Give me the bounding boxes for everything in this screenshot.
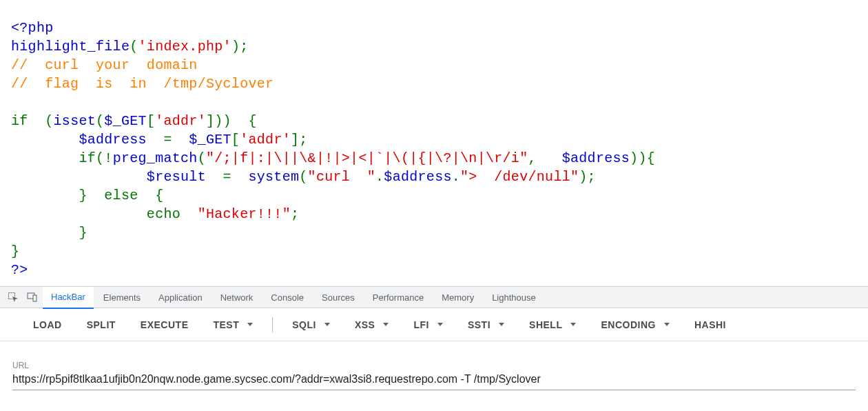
code-token: [ <box>231 132 240 148</box>
encoding-dropdown[interactable]: ENCODING <box>588 308 681 341</box>
tab-hackbar[interactable]: HackBar <box>43 287 94 309</box>
shell-dropdown[interactable]: SHELL <box>517 308 588 341</box>
code-token: preg_match <box>113 150 198 166</box>
code-token: , <box>528 150 561 166</box>
code-token: = <box>163 132 189 148</box>
chevron-down-icon <box>247 323 253 326</box>
code-token: <?php <box>11 20 54 36</box>
code-token: ( <box>130 39 138 54</box>
split-button[interactable]: SPLIT <box>74 308 128 341</box>
code-comment: // curl your domain <box>11 57 198 73</box>
tab-memory[interactable]: Memory <box>433 286 482 308</box>
code-token: ?> <box>11 262 28 278</box>
code-token: 'addr' <box>155 113 206 129</box>
hashing-label: HASHI <box>694 319 726 330</box>
inspect-element-icon[interactable] <box>4 288 22 306</box>
code-token: "/;|f|:|\||\&|!|>|<|`|\(|{|\?|\n|\r/i" <box>206 150 528 166</box>
lfi-dropdown[interactable]: LFI <box>401 308 455 341</box>
tab-lighthouse[interactable]: Lighthouse <box>484 286 544 308</box>
xss-label: XSS <box>355 319 375 330</box>
tab-sources[interactable]: Sources <box>313 286 363 308</box>
code-token: ( <box>198 150 206 166</box>
tab-performance[interactable]: Performance <box>364 286 432 308</box>
devtools-tabstrip: HackBar Elements Application Network Con… <box>0 286 868 308</box>
shell-label: SHELL <box>529 319 562 330</box>
code-token: $address <box>11 132 163 148</box>
code-token: ( <box>45 113 53 129</box>
load-button[interactable]: LOAD <box>21 308 74 341</box>
code-token: $result <box>11 169 223 185</box>
code-token: "> /dev/null" <box>460 169 579 185</box>
test-dropdown[interactable]: TEST <box>200 308 265 341</box>
chevron-down-icon <box>437 323 443 326</box>
code-token: } <box>11 243 19 259</box>
code-token: } else { <box>11 188 163 203</box>
url-label: URL <box>12 361 856 370</box>
svg-rect-2 <box>33 295 37 301</box>
tab-console[interactable]: Console <box>262 286 312 308</box>
chevron-down-icon <box>383 323 389 326</box>
code-token: ); <box>579 169 596 185</box>
tab-network[interactable]: Network <box>212 286 262 308</box>
xss-dropdown[interactable]: XSS <box>342 308 402 341</box>
test-label: TEST <box>213 319 239 330</box>
chevron-down-icon <box>324 323 330 326</box>
code-token: $_GET <box>189 132 231 148</box>
code-token: if <box>11 113 45 129</box>
lfi-label: LFI <box>413 319 429 330</box>
execute-button[interactable]: EXECUTE <box>128 308 201 341</box>
url-section: URL <box>0 341 868 397</box>
code-token: "curl " <box>308 169 375 185</box>
code-token: isset <box>54 113 96 129</box>
code-token: $address <box>384 169 451 185</box>
code-token: 'addr' <box>240 132 291 148</box>
code-token: ; <box>291 206 299 222</box>
code-token: system <box>248 169 299 185</box>
tab-application[interactable]: Application <box>150 286 211 308</box>
code-token: $_GET <box>104 113 147 129</box>
hackbar-toolbar: LOAD SPLIT EXECUTE TEST SQLI XSS LFI SST… <box>0 308 868 341</box>
ssti-dropdown[interactable]: SSTI <box>455 308 517 341</box>
sqli-label: SQLI <box>292 319 316 330</box>
toolbar-divider <box>272 317 273 332</box>
code-token: ])) { <box>206 113 257 129</box>
code-token: ( <box>96 113 104 129</box>
code-token: } <box>11 225 87 241</box>
code-token: 'index.php' <box>138 39 231 54</box>
url-input[interactable] <box>12 372 856 390</box>
code-token: ( <box>299 169 307 185</box>
php-source-code: <?php highlight_file('index.php'); // cu… <box>0 0 868 286</box>
code-token: )){ <box>630 150 655 166</box>
code-token: $address <box>562 150 630 166</box>
code-token: if(! <box>11 150 113 166</box>
code-comment: // flag is in /tmp/Syclover <box>11 76 273 92</box>
code-token: = <box>223 169 249 185</box>
code-token: highlight_file <box>11 39 130 54</box>
code-token: [ <box>147 113 155 129</box>
code-token: . <box>452 169 460 185</box>
hashing-dropdown[interactable]: HASHI <box>682 308 738 341</box>
tab-elements[interactable]: Elements <box>95 286 149 308</box>
encoding-label: ENCODING <box>601 319 655 330</box>
sqli-dropdown[interactable]: SQLI <box>280 308 342 341</box>
code-token: ); <box>231 39 249 54</box>
code-token: . <box>375 169 384 185</box>
chevron-down-icon <box>499 323 504 326</box>
code-token: "Hacker!!!" <box>198 206 291 222</box>
chevron-down-icon <box>664 323 670 326</box>
device-toolbar-icon[interactable] <box>23 288 41 306</box>
chevron-down-icon <box>570 323 576 326</box>
ssti-label: SSTI <box>468 319 490 330</box>
code-token: ]; <box>291 132 308 148</box>
code-token: echo <box>11 206 198 222</box>
